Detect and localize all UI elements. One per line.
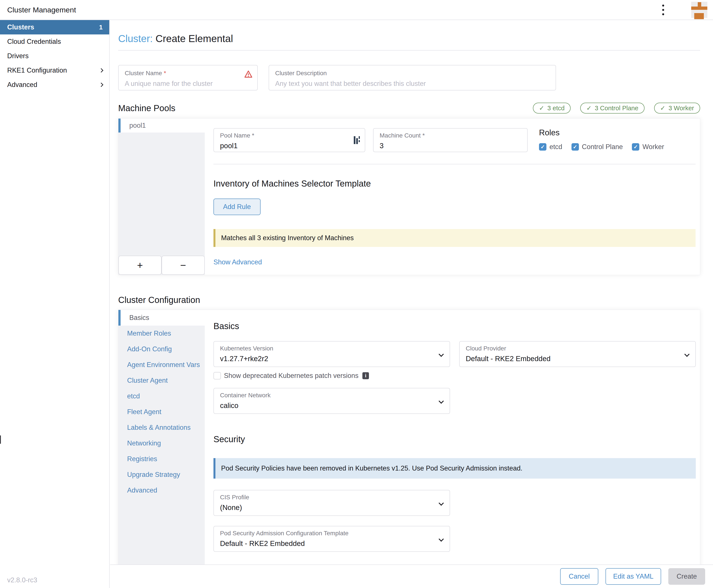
pool-name-field: Pool Name * pool1	[213, 128, 365, 152]
pod-security-banner: Pod Security Policies have been removed …	[213, 458, 696, 479]
cluster-description-input[interactable]	[275, 80, 549, 88]
cis-profile-select[interactable]: CIS Profile (None)	[213, 490, 450, 516]
chevron-right-icon	[99, 68, 103, 72]
pool-list-column: pool1 + −	[118, 119, 205, 275]
config-tab-cluster-agent[interactable]: Cluster Agent	[118, 373, 205, 388]
worker-count-badge: ✓3 Worker	[654, 103, 700, 113]
config-tab-upgrade-strategy[interactable]: Upgrade Strategy	[118, 467, 205, 483]
machine-count-value[interactable]: 3	[380, 142, 521, 150]
sidebar: Clusters 1 Cloud Credentials Drivers RKE…	[0, 20, 110, 588]
config-tab-member-roles[interactable]: Member Roles	[118, 326, 205, 341]
roles-section: Roles ✓ etcd ✓ Control Plane ✓	[539, 128, 664, 152]
create-button[interactable]: Create	[668, 568, 705, 585]
inventory-selector-heading: Inventory of Machines Selector Template	[213, 179, 696, 189]
role-checkbox-etcd[interactable]: ✓ etcd	[539, 143, 562, 151]
remove-pool-button[interactable]: −	[162, 256, 205, 275]
cluster-configuration-card: Basics Member Roles Add-On Config Agent …	[118, 310, 700, 588]
sidebar-item-advanced[interactable]: Advanced	[0, 78, 109, 92]
cluster-description-field: Cluster Description	[269, 65, 556, 90]
add-pool-button[interactable]: +	[118, 256, 162, 275]
kubernetes-version-value: v1.27.7+rke2r2	[220, 355, 444, 363]
checkbox-checked-icon: ✓	[571, 143, 579, 151]
checkbox-checked-icon: ✓	[539, 143, 546, 151]
config-tab-etcd[interactable]: etcd	[118, 388, 205, 404]
bars-icon[interactable]	[353, 135, 360, 146]
top-bar: Cluster Management	[0, 0, 713, 20]
psa-template-label: Pod Security Admission Configuration Tem…	[220, 530, 444, 537]
sidebar-item-rke1-configuration[interactable]: RKE1 Configuration	[0, 63, 109, 78]
show-deprecated-versions-checkbox[interactable]: Show deprecated Kubernetes patch version…	[213, 372, 359, 380]
psa-template-value: Default - RKE2 Embedded	[220, 540, 444, 548]
add-rule-button[interactable]: Add Rule	[213, 198, 261, 215]
config-tab-advanced[interactable]: Advanced	[118, 483, 205, 498]
show-advanced-link[interactable]: Show Advanced	[213, 258, 262, 266]
page-title: Cluster: Create Elemental	[118, 33, 700, 44]
pool-name-value[interactable]: pool1	[220, 142, 359, 150]
check-icon: ✓	[660, 104, 666, 112]
version-label: v2.8.0-rc3	[7, 576, 37, 584]
warning-icon	[244, 70, 252, 79]
sidebar-item-label: RKE1 Configuration	[7, 66, 67, 74]
footer-action-bar: Cancel Edit as YAML Create	[110, 565, 713, 588]
machine-pools-heading: Machine Pools	[118, 103, 175, 113]
container-network-value: calico	[220, 401, 444, 410]
checkbox-checked-icon: ✓	[632, 143, 639, 151]
pool-divider	[213, 164, 696, 164]
page-title-name: Create Elemental	[156, 33, 233, 44]
kebab-menu-icon[interactable]	[659, 2, 667, 17]
app-title: Cluster Management	[7, 6, 76, 14]
cis-profile-label: CIS Profile	[220, 494, 444, 501]
config-tab-basics[interactable]: Basics	[118, 310, 205, 326]
basics-heading: Basics	[213, 321, 696, 331]
config-tab-add-on-config[interactable]: Add-On Config	[118, 341, 205, 357]
config-tab-networking[interactable]: Networking	[118, 436, 205, 451]
pool-details: Pool Name * pool1 Machine Count * 3 Role…	[205, 119, 700, 275]
psa-template-select[interactable]: Pod Security Admission Configuration Tem…	[213, 526, 450, 552]
cluster-name-field: Cluster Name *	[118, 65, 258, 90]
brand-icon	[691, 2, 707, 18]
pool-name-label: Pool Name	[220, 132, 250, 139]
sidebar-item-clusters[interactable]: Clusters 1	[0, 20, 109, 35]
config-tab-agent-environment-vars[interactable]: Agent Environment Vars	[118, 357, 205, 373]
required-asterisk: *	[422, 132, 425, 139]
pool-tab-pool1[interactable]: pool1	[118, 119, 205, 132]
config-tab-registries[interactable]: Registries	[118, 451, 205, 467]
cluster-name-input[interactable]	[125, 80, 251, 88]
required-asterisk: *	[252, 132, 254, 139]
kubernetes-version-label: Kubernetes Version	[220, 345, 444, 352]
etcd-count-badge: ✓3 etcd	[533, 103, 571, 113]
config-tab-fleet-agent[interactable]: Fleet Agent	[118, 404, 205, 420]
cloud-provider-select[interactable]: Cloud Provider Default - RKE2 Embedded	[459, 341, 696, 367]
kubernetes-version-select[interactable]: Kubernetes Version v1.27.7+rke2r2	[213, 341, 450, 367]
control-plane-count-badge: ✓3 Control Plane	[580, 103, 644, 113]
container-network-select[interactable]: Container Network calico	[213, 388, 450, 414]
config-nav-column: Basics Member Roles Add-On Config Agent …	[118, 310, 205, 588]
machine-count-label: Machine Count	[380, 132, 421, 139]
page-title-prefix: Cluster:	[118, 33, 152, 44]
container-network-label: Container Network	[220, 392, 444, 399]
cloud-provider-value: Default - RKE2 Embedded	[466, 355, 689, 363]
machine-pool-card: pool1 + − Pool Name * pool1	[118, 118, 700, 275]
clusters-count-badge: 1	[99, 23, 103, 31]
role-count-badges: ✓3 etcd ✓3 Control Plane ✓3 Worker	[533, 103, 700, 113]
role-checkbox-worker[interactable]: ✓ Worker	[632, 143, 664, 151]
checkbox-unchecked-icon	[213, 372, 221, 379]
config-tab-labels-annotations[interactable]: Labels & Annotations	[118, 420, 205, 436]
sidebar-item-drivers[interactable]: Drivers	[0, 49, 109, 63]
title-divider	[118, 50, 700, 50]
edit-as-yaml-button[interactable]: Edit as YAML	[606, 568, 661, 585]
sidebar-item-label: Advanced	[7, 81, 37, 89]
sidebar-item-label: Clusters	[7, 23, 34, 31]
check-icon: ✓	[539, 104, 544, 112]
roles-heading: Roles	[539, 128, 664, 137]
required-asterisk: *	[164, 70, 166, 77]
info-icon[interactable]: i	[362, 372, 369, 379]
config-panel: Basics Kubernetes Version v1.27.7+rke2r2…	[205, 310, 700, 588]
check-icon: ✓	[586, 104, 592, 112]
sidebar-item-cloud-credentials[interactable]: Cloud Credentials	[0, 35, 109, 49]
cancel-button[interactable]: Cancel	[560, 568, 598, 585]
cluster-name-label: Cluster Name	[125, 70, 162, 77]
chevron-right-icon	[99, 83, 103, 87]
matches-banner: Matches all 3 existing Inventory of Mach…	[213, 229, 696, 247]
role-checkbox-control-plane[interactable]: ✓ Control Plane	[571, 143, 623, 151]
